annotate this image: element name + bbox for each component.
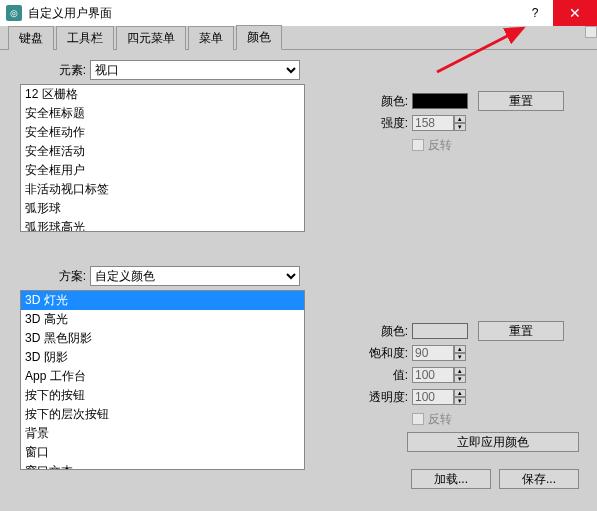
app-icon: ◎ (6, 5, 22, 21)
reset-button-upper[interactable]: 重置 (478, 91, 564, 111)
color-label-2: 颜色: (360, 323, 412, 340)
list-item[interactable]: 3D 灯光 (21, 291, 304, 310)
close-button[interactable]: ✕ (553, 0, 597, 26)
tab-color[interactable]: 颜色 (236, 25, 282, 50)
saturation-spinner[interactable]: ▴▾ (412, 345, 466, 361)
spin-down-icon[interactable]: ▾ (454, 397, 466, 405)
list-item[interactable]: 3D 黑色阴影 (21, 329, 304, 348)
color-swatch-2[interactable] (412, 323, 468, 339)
checkbox-icon (412, 139, 424, 151)
apply-row: 立即应用颜色 (407, 432, 579, 452)
apply-color-button[interactable]: 立即应用颜色 (407, 432, 579, 452)
tab-menu[interactable]: 菜单 (188, 26, 234, 50)
saturation-input[interactable] (412, 345, 454, 361)
reset-button-lower[interactable]: 重置 (478, 321, 564, 341)
help-button[interactable]: ? (517, 0, 553, 26)
color-label: 颜色: (360, 93, 412, 110)
tab-bar: 键盘 工具栏 四元菜单 菜单 颜色 (0, 26, 597, 50)
invert-label-2: 反转 (428, 411, 452, 428)
list-item[interactable]: 按下的按钮 (21, 386, 304, 405)
titlebar: ◎ 自定义用户界面 ? ✕ (0, 0, 597, 26)
save-button[interactable]: 保存... (499, 469, 579, 489)
list-item[interactable]: 3D 高光 (21, 310, 304, 329)
list-item[interactable]: 弧形球高光 (21, 218, 304, 232)
element-select[interactable]: 视口 (90, 60, 300, 80)
alpha-input[interactable] (412, 389, 454, 405)
saturation-label: 饱和度: (360, 345, 412, 362)
list-item[interactable]: 12 区栅格 (21, 85, 304, 104)
spin-down-icon[interactable]: ▾ (454, 123, 466, 131)
list-item[interactable]: 按下的层次按钮 (21, 405, 304, 424)
tab-toolbar[interactable]: 工具栏 (56, 26, 114, 50)
list-item[interactable]: App 工作台 (21, 367, 304, 386)
bottom-buttons: 加载... 保存... (411, 469, 579, 489)
list-item[interactable]: 安全框动作 (21, 123, 304, 142)
list-item[interactable]: 安全框用户 (21, 161, 304, 180)
list-item[interactable]: 非活动视口标签 (21, 180, 304, 199)
tab-keyboard[interactable]: 键盘 (8, 26, 54, 50)
window-title: 自定义用户界面 (28, 5, 517, 22)
spin-up-icon[interactable]: ▴ (454, 389, 466, 397)
list-item[interactable]: 安全框活动 (21, 142, 304, 161)
intensity-input[interactable] (412, 115, 454, 131)
list-item[interactable]: 窗口文本 (21, 462, 304, 470)
load-button[interactable]: 加载... (411, 469, 491, 489)
alpha-spinner[interactable]: ▴▾ (412, 389, 466, 405)
scheme-listbox[interactable]: 3D 灯光3D 高光3D 黑色阴影3D 阴影App 工作台按下的按钮按下的层次按… (20, 290, 305, 470)
spin-up-icon[interactable]: ▴ (454, 345, 466, 353)
value-input[interactable] (412, 367, 454, 383)
value-spinner[interactable]: ▴▾ (412, 367, 466, 383)
checkbox-icon (412, 413, 424, 425)
element-listbox[interactable]: 12 区栅格安全框标题安全框动作安全框活动安全框用户非活动视口标签弧形球弧形球高… (20, 84, 305, 232)
alpha-label: 透明度: (360, 389, 412, 406)
spin-down-icon[interactable]: ▾ (454, 353, 466, 361)
overflow-icon (585, 26, 597, 38)
invert-label: 反转 (428, 137, 452, 154)
scheme-label: 方案: (20, 268, 90, 285)
intensity-label: 强度: (360, 115, 412, 132)
lower-properties: 颜色: 重置 饱和度: ▴▾ 值: ▴▾ 透明度: ▴▾ 反转 (360, 320, 564, 430)
scheme-select[interactable]: 自定义颜色 (90, 266, 300, 286)
value-label: 值: (360, 367, 412, 384)
color-swatch[interactable] (412, 93, 468, 109)
element-label: 元素: (20, 62, 90, 79)
list-item[interactable]: 窗口 (21, 443, 304, 462)
spin-up-icon[interactable]: ▴ (454, 367, 466, 375)
upper-properties: 颜色: 重置 强度: ▴▾ 反转 (360, 90, 564, 156)
list-item[interactable]: 弧形球 (21, 199, 304, 218)
spin-up-icon[interactable]: ▴ (454, 115, 466, 123)
list-item[interactable]: 3D 阴影 (21, 348, 304, 367)
invert-checkbox-lower: 反转 (412, 411, 452, 428)
list-item[interactable]: 背景 (21, 424, 304, 443)
tab-quadmenu[interactable]: 四元菜单 (116, 26, 186, 50)
invert-checkbox-upper: 反转 (412, 137, 452, 154)
intensity-spinner[interactable]: ▴▾ (412, 115, 466, 131)
list-item[interactable]: 安全框标题 (21, 104, 304, 123)
spin-down-icon[interactable]: ▾ (454, 375, 466, 383)
